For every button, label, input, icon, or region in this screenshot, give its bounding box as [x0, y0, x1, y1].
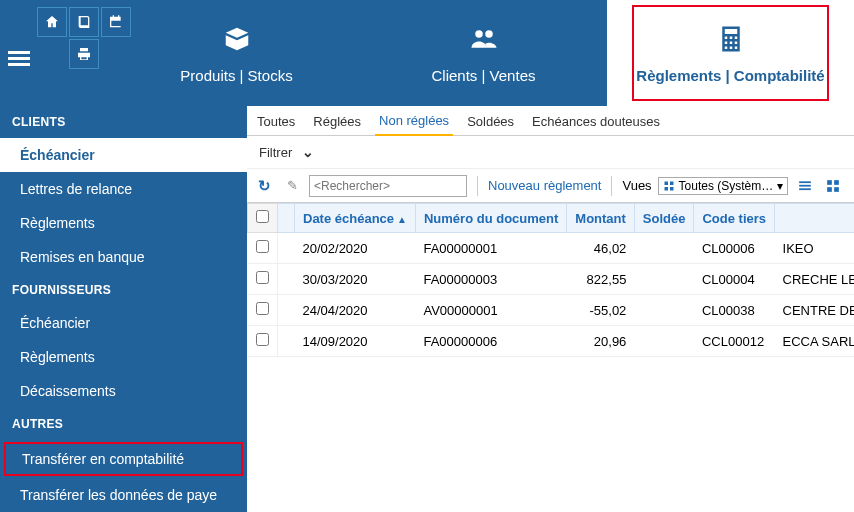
views-select[interactable]: Toutes (Systèm… ▾	[658, 177, 788, 195]
views-label: Vues	[622, 178, 651, 193]
status-tab[interactable]: Echéances douteuses	[528, 108, 664, 135]
svg-rect-6	[799, 188, 811, 190]
sidebar-item[interactable]: Lettres de relance	[0, 172, 247, 206]
home-icon[interactable]	[37, 7, 67, 37]
svg-rect-9	[827, 187, 832, 192]
sidebar-header: CLIENTS	[0, 106, 247, 138]
sidebar-header: FOURNISSEURS	[0, 274, 247, 306]
search-input[interactable]	[309, 175, 467, 197]
nav-tab-reglements[interactable]: Règlements | Comptabilité	[607, 0, 854, 106]
column-header[interactable]: Date échéance▲	[295, 204, 416, 233]
highlight-box	[632, 5, 829, 101]
menu-icon[interactable]	[8, 48, 30, 69]
column-header[interactable]	[278, 204, 295, 233]
sidebar-item[interactable]: Règlements	[0, 340, 247, 374]
row-checkbox[interactable]	[248, 326, 278, 357]
svg-rect-1	[670, 181, 673, 184]
status-tab[interactable]: Soldées	[463, 108, 518, 135]
sidebar-item[interactable]: Échéancier	[0, 306, 247, 340]
svg-rect-7	[827, 180, 832, 185]
sidebar-item[interactable]: Règlements	[0, 206, 247, 240]
column-header[interactable]: Numéro du document	[415, 204, 566, 233]
select-all-header[interactable]	[248, 204, 278, 233]
edit-icon[interactable]: ✎	[281, 175, 303, 197]
nav-label: Produits | Stocks	[180, 67, 292, 84]
calendar-icon[interactable]	[101, 7, 131, 37]
column-header[interactable]	[775, 204, 854, 233]
nav-tab-clients[interactable]: Clients | Ventes	[360, 0, 607, 106]
refresh-icon[interactable]: ↻	[253, 175, 275, 197]
box-icon	[220, 23, 254, 55]
svg-rect-10	[834, 187, 839, 192]
table-row[interactable]: 14/09/2020 FA00000006 20,96 CCL00012 ECC…	[248, 326, 855, 357]
status-tab[interactable]: Réglées	[309, 108, 365, 135]
svg-rect-3	[670, 186, 673, 189]
svg-rect-4	[799, 181, 811, 183]
table-row[interactable]: 24/04/2020 AV00000001 -55,02 CL00038 CEN…	[248, 295, 855, 326]
grid-icon	[663, 180, 675, 192]
row-checkbox[interactable]	[248, 295, 278, 326]
status-tab[interactable]: Non réglées	[375, 107, 453, 136]
nav-tab-produits[interactable]: Produits | Stocks	[113, 0, 360, 106]
sort-asc-icon: ▲	[397, 214, 407, 225]
column-header[interactable]: Code tiers	[694, 204, 775, 233]
svg-rect-2	[664, 186, 667, 189]
book-icon[interactable]	[69, 7, 99, 37]
view-list-icon[interactable]	[794, 175, 816, 197]
svg-rect-5	[799, 184, 811, 186]
column-header[interactable]: Soldée	[634, 204, 694, 233]
row-checkbox[interactable]	[248, 264, 278, 295]
filter-label: Filtrer	[259, 145, 292, 160]
table-row[interactable]: 20/02/2020 FA00000001 46,02 CL00006 IKEO	[248, 233, 855, 264]
status-tab[interactable]: Toutes	[253, 108, 299, 135]
view-grid-icon[interactable]	[822, 175, 844, 197]
sidebar-header: AUTRES	[0, 408, 247, 440]
column-header[interactable]: Montant	[567, 204, 635, 233]
sidebar-item[interactable]: Remises en banque	[0, 240, 247, 274]
chevron-down-icon[interactable]: ⌄	[302, 144, 314, 160]
row-checkbox[interactable]	[248, 233, 278, 264]
svg-rect-8	[834, 180, 839, 185]
new-payment-button[interactable]: Nouveau règlement	[488, 178, 601, 193]
sidebar-item[interactable]: Transférer en comptabilité	[4, 442, 243, 476]
print-icon[interactable]	[69, 39, 99, 69]
nav-label: Clients | Ventes	[432, 67, 536, 84]
people-icon	[466, 23, 502, 55]
sidebar-item[interactable]: Transférer les données de paye	[0, 478, 247, 512]
svg-rect-0	[664, 181, 667, 184]
sidebar-item[interactable]: Échéancier	[0, 138, 247, 172]
table-row[interactable]: 30/03/2020 FA00000003 822,55 CL00004 CRE…	[248, 264, 855, 295]
sidebar-item[interactable]: Décaissements	[0, 374, 247, 408]
